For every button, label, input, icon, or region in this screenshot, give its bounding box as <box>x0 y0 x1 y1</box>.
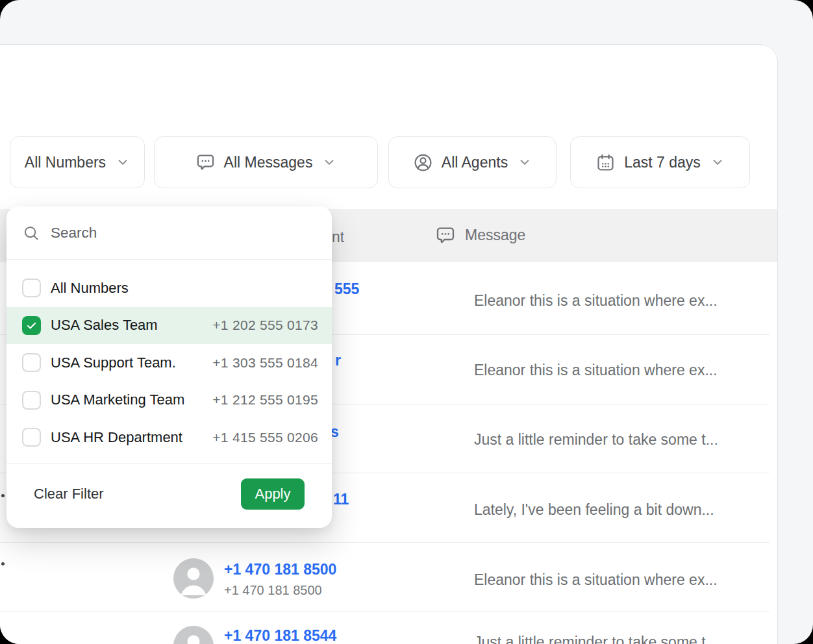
search-icon <box>22 224 40 242</box>
dropdown-item-phone: +1 415 555 0206 <box>212 430 318 445</box>
row-divider <box>0 542 769 543</box>
table-header-message-column: Message <box>435 209 525 262</box>
dropdown-item-usa-hr-department[interactable]: USA HR Department +1 415 555 0206 <box>6 419 332 456</box>
table-header-contact-fragment: nt <box>332 229 344 246</box>
row-divider <box>0 611 769 612</box>
row-contact-link-fragment[interactable]: r <box>335 352 341 369</box>
filter-all-numbers-label: All Numbers <box>25 154 106 171</box>
row-contact-link[interactable]: +1 470 181 8500 <box>224 561 336 578</box>
filter-date-range-button[interactable]: Last 7 days <box>570 136 750 188</box>
filter-all-agents-label: All Agents <box>442 154 508 171</box>
dropdown-footer: Clear Filter Apply <box>6 463 332 528</box>
dropdown-item-usa-sales-team[interactable]: USA Sales Team +1 202 555 0173 <box>6 307 332 345</box>
checkbox-unchecked-icon[interactable] <box>22 428 41 447</box>
checkbox-unchecked-icon[interactable] <box>22 279 41 297</box>
dropdown-item-label: USA Support Team. <box>51 354 176 371</box>
search-input[interactable] <box>51 225 316 242</box>
row-message-preview: Just a little reminder to take some t... <box>474 634 718 644</box>
checkbox-checked-icon[interactable] <box>22 316 41 335</box>
checkbox-unchecked-icon[interactable] <box>22 391 41 410</box>
dropdown-item-label: All Numbers <box>51 280 129 297</box>
row-message-preview: Lately, I've been feeling a bit down... <box>474 501 714 519</box>
clear-filter-button[interactable]: Clear Filter <box>34 486 104 502</box>
row-message-preview: Eleanor this is a situation where ex... <box>474 362 718 379</box>
avatar <box>173 558 214 599</box>
apply-button[interactable]: Apply <box>241 478 305 510</box>
chevron-down-icon <box>322 155 336 169</box>
row-contact-link-fragment[interactable]: 11 <box>333 491 349 508</box>
dropdown-item-list: All Numbers USA Sales Team +1 202 555 01… <box>6 269 332 456</box>
app-screen: All Numbers All Messages All Agents Last… <box>0 0 813 644</box>
row-message-preview: Eleanor this is a situation where ex... <box>474 292 718 310</box>
chevron-down-icon <box>518 155 532 169</box>
row-message-preview: Eleanor this is a situation where ex... <box>474 571 718 589</box>
numbers-filter-dropdown: All Numbers USA Sales Team +1 202 555 01… <box>6 206 332 528</box>
dropdown-search-row <box>6 206 332 260</box>
dropdown-item-all-numbers[interactable]: All Numbers <box>6 269 332 307</box>
truncated-text-fragment <box>1 494 5 497</box>
message-bubble-icon <box>195 153 216 173</box>
check-icon <box>25 319 38 332</box>
filter-all-numbers-button[interactable]: All Numbers <box>10 136 145 188</box>
row-contact-link[interactable]: +1 470 181 8544 <box>224 627 336 644</box>
dropdown-item-phone: +1 212 555 0195 <box>212 392 318 408</box>
filter-all-messages-button[interactable]: All Messages <box>154 136 378 188</box>
checkbox-unchecked-icon[interactable] <box>22 353 41 372</box>
filter-all-messages-label: All Messages <box>224 154 313 171</box>
chevron-down-icon <box>710 155 725 169</box>
user-circle-icon <box>413 153 433 173</box>
dropdown-item-label: USA Marketing Team <box>51 391 184 408</box>
row-contact-link-fragment[interactable]: 555 <box>334 280 359 298</box>
dropdown-item-usa-marketing-team[interactable]: USA Marketing Team +1 212 555 0195 <box>6 382 332 419</box>
truncated-text-fragment <box>1 562 5 565</box>
dropdown-item-phone: +1 202 555 0173 <box>212 317 318 333</box>
dropdown-item-phone: +1 303 555 0184 <box>212 355 318 371</box>
person-icon <box>173 558 214 599</box>
row-message-preview: Just a little reminder to take some t... <box>474 431 718 449</box>
dropdown-item-label: USA HR Department <box>51 429 182 446</box>
row-contact-subnumber: +1 470 181 8500 <box>224 583 322 598</box>
message-bubble-icon <box>435 225 456 246</box>
dropdown-item-label: USA Sales Team <box>51 317 158 334</box>
calendar-icon <box>595 153 616 173</box>
filter-all-agents-button[interactable]: All Agents <box>388 136 557 188</box>
filter-date-range-label: Last 7 days <box>624 154 701 171</box>
chevron-down-icon <box>116 155 130 169</box>
table-header-message-label: Message <box>465 227 525 244</box>
dropdown-item-usa-support-team[interactable]: USA Support Team. +1 303 555 0184 <box>6 344 332 382</box>
